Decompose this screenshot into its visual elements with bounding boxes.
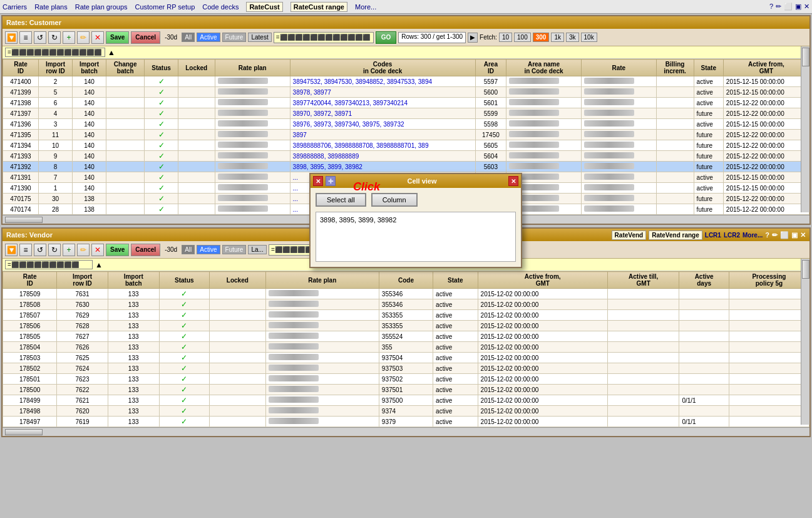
vth-code[interactable]: Code: [379, 272, 433, 289]
tab-ratecust-range[interactable]: RateCust range: [290, 2, 347, 12]
popup-close-left[interactable]: ✕: [313, 176, 323, 186]
th-area-id[interactable]: AreaID: [475, 60, 506, 76]
cell-codes[interactable]: 38976, 38973, 3897340, 38975, 389732: [290, 119, 475, 130]
vcell-rate-id[interactable]: 178507: [3, 310, 57, 321]
cell-codes[interactable]: 3898, 3895, 3899, 38982: [290, 162, 475, 172]
rows-arrow[interactable]: ▶: [468, 33, 478, 43]
cell-rate-id[interactable]: 471391: [3, 172, 39, 183]
vcell-rate-id[interactable]: 178509: [3, 289, 57, 299]
vcell-rate-id[interactable]: 178505: [3, 331, 57, 342]
vendor-add-icon[interactable]: +: [63, 244, 75, 256]
vcell-rate-id[interactable]: 178502: [3, 363, 57, 374]
cell-rate-id[interactable]: 471390: [3, 183, 39, 194]
popup-move-btn[interactable]: ✛: [326, 176, 336, 186]
vcell-rate-id[interactable]: 178498: [3, 406, 57, 417]
vendor-filter-row-input[interactable]: [5, 260, 93, 269]
vendor-badge-all[interactable]: All: [182, 245, 195, 254]
vendor-edit-icon[interactable]: ✏: [772, 231, 778, 239]
th-active-from[interactable]: Active from,GMT: [723, 60, 809, 76]
add-icon[interactable]: +: [63, 31, 75, 44]
cell-codes[interactable]: 3897: [290, 130, 475, 140]
menu-carriers[interactable]: Carriers: [3, 3, 27, 11]
vendor-tab-ratevend[interactable]: RateVend: [612, 231, 647, 240]
vendor-more[interactable]: More...: [743, 232, 763, 239]
vcell-rate-id[interactable]: 178500: [3, 385, 57, 395]
vendor-tab-lcr1[interactable]: LCR1: [705, 232, 721, 239]
vendor-edit2-icon[interactable]: ✏: [77, 244, 90, 256]
vth-state[interactable]: State: [433, 272, 478, 289]
fetch-100[interactable]: 100: [514, 33, 531, 42]
menu-code-decks[interactable]: Code decks: [202, 3, 239, 11]
cell-codes[interactable]: 38977420044, 3897340213, 3897340214: [290, 98, 475, 108]
cell-codes[interactable]: 38978, 38977: [290, 87, 475, 98]
th-import-row[interactable]: Importrow ID: [39, 60, 73, 76]
edit2-icon[interactable]: ✏: [77, 31, 90, 44]
vendor-scrollbar-thumb[interactable]: [802, 260, 809, 279]
cell-rate-id[interactable]: 471396: [3, 119, 39, 130]
cell-rate-id[interactable]: 470174: [3, 204, 39, 215]
vendor-copy-icon[interactable]: ≡: [19, 244, 32, 256]
th-billing[interactable]: Billingincrem.: [656, 60, 694, 76]
vendor-help-icon[interactable]: ?: [765, 231, 769, 239]
vcell-rate-id[interactable]: 178501: [3, 374, 57, 385]
vendor-tab-lcr2[interactable]: LCR2: [724, 232, 740, 239]
vth-import-batch[interactable]: Importbatch: [108, 272, 159, 289]
vendor-scrollbar-v[interactable]: [801, 259, 809, 425]
vendor-close-icon[interactable]: ✕: [800, 231, 806, 239]
vth-active-days[interactable]: Activedays: [679, 272, 729, 289]
vcell-rate-id[interactable]: 178504: [3, 342, 57, 353]
menu-rate-plan-groups[interactable]: Rate plan groups: [75, 3, 128, 11]
save-button[interactable]: Save: [106, 31, 129, 44]
badge-all[interactable]: All: [182, 33, 195, 42]
vendor-scrollbar-h[interactable]: [3, 427, 809, 436]
customer-scrollbar-v[interactable]: [801, 46, 809, 212]
fetch-300[interactable]: 300: [533, 33, 550, 42]
delete-icon[interactable]: ✕: [91, 31, 104, 44]
th-area-name[interactable]: Area namein Code deck: [506, 60, 582, 76]
vth-active-till[interactable]: Active till,GMT: [607, 272, 679, 289]
refresh-icon[interactable]: ↺: [34, 31, 46, 44]
vendor-refresh2-icon[interactable]: ↻: [48, 244, 61, 256]
vcell-rate-id[interactable]: 178506: [3, 321, 57, 331]
menu-rate-plans[interactable]: Rate plans: [34, 3, 68, 11]
customer-h-thumb[interactable]: [5, 217, 43, 223]
help-icon[interactable]: ?: [769, 3, 773, 11]
badge-future[interactable]: Future: [222, 33, 247, 42]
vendor-filter-arrow-up[interactable]: ▲: [95, 261, 103, 269]
vcell-rate-id[interactable]: 178503: [3, 353, 57, 363]
vendor-delete-icon[interactable]: ✕: [91, 244, 104, 256]
vendor-h-thumb[interactable]: [5, 429, 43, 435]
menu-more[interactable]: More...: [355, 3, 376, 11]
vendor-table-scroll[interactable]: RateID Importrow ID Importbatch Status L…: [3, 271, 809, 427]
cell-rate-id[interactable]: 470175: [3, 194, 39, 204]
th-change-batch[interactable]: Changebatch: [106, 60, 144, 76]
cell-rate-id[interactable]: 471395: [3, 130, 39, 140]
vth-locked[interactable]: Locked: [210, 272, 266, 289]
vendor-save-button[interactable]: Save: [106, 244, 129, 256]
fetch-10k[interactable]: 10k: [581, 33, 597, 42]
fetch-10[interactable]: 10: [499, 33, 512, 42]
vendor-refresh-icon[interactable]: ↺: [34, 244, 46, 256]
fetch-1k[interactable]: 1k: [551, 33, 564, 42]
cell-rate-id[interactable]: 471392: [3, 162, 39, 172]
menu-customer-rp-setup[interactable]: Customer RP setup: [135, 3, 195, 11]
cell-codes[interactable]: 389888888, 389888889: [290, 151, 475, 162]
vcell-rate-id[interactable]: 178499: [3, 395, 57, 406]
vth-rate-id[interactable]: RateID: [3, 272, 57, 289]
badge-active[interactable]: Active: [197, 33, 220, 42]
cell-rate-id[interactable]: 471394: [3, 140, 39, 151]
restore-icon[interactable]: ▣: [795, 3, 801, 11]
cell-rate-id[interactable]: 471398: [3, 98, 39, 108]
cell-rate-id[interactable]: 471393: [3, 151, 39, 162]
th-rate[interactable]: Rate: [581, 60, 656, 76]
go-button[interactable]: GO: [376, 31, 397, 44]
th-import-batch[interactable]: Importbatch: [72, 60, 106, 76]
th-rate-plan[interactable]: Rate plan: [215, 60, 290, 76]
vth-rate-plan[interactable]: Rate plan: [265, 272, 379, 289]
close-icon[interactable]: ✕: [804, 3, 809, 11]
vendor-cancel-button[interactable]: Cancel: [131, 244, 160, 256]
th-locked[interactable]: Locked: [178, 60, 215, 76]
popup-close-right[interactable]: ✕: [508, 176, 518, 186]
refresh2-icon[interactable]: ↻: [48, 31, 61, 44]
vendor-filter-icon[interactable]: 🔽: [5, 244, 18, 256]
